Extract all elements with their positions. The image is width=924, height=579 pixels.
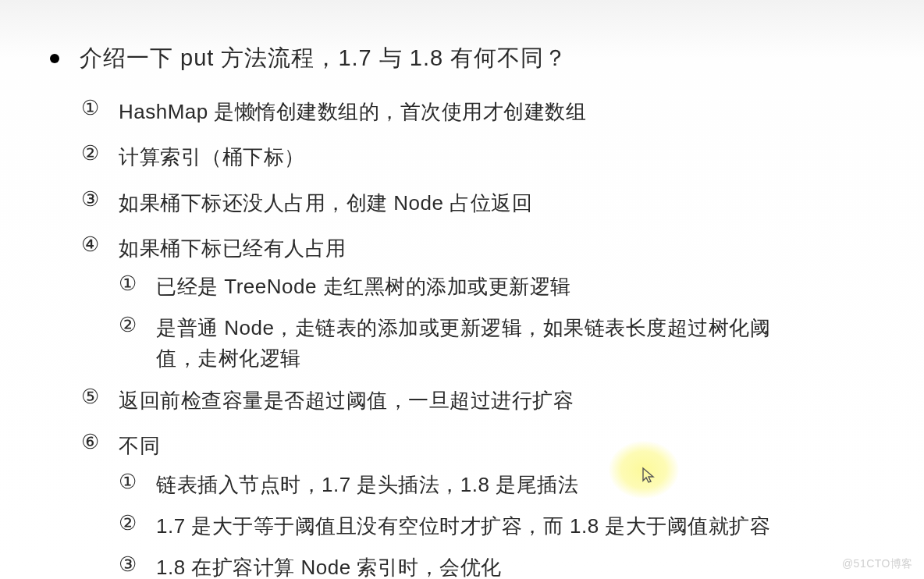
- item-text-6: 不同: [119, 430, 160, 461]
- page-title: 介绍一下 put 方法流程，1.7 与 1.8 有何不同？: [80, 43, 567, 74]
- item-text-5: 返回前检查容量是否超过阈值，一旦超过进行扩容: [119, 385, 574, 416]
- marker-5: ⑤: [81, 385, 119, 409]
- list-item: ⑥ 不同: [81, 430, 924, 461]
- sub-list-item: ③ 1.8 在扩容计算 Node 索引时，会优化: [119, 552, 924, 579]
- item-text-1: HashMap 是懒惰创建数组的，首次使用才创建数组: [119, 96, 587, 127]
- marker-4: ④: [81, 233, 119, 257]
- sub-text-4-1: 已经是 TreeNode 走红黑树的添加或更新逻辑: [156, 272, 571, 302]
- sub-list-item: ② 1.7 是大于等于阈值且没有空位时才扩容，而 1.8 是大于阈值就扩容: [119, 511, 924, 542]
- ordered-list: ① HashMap 是懒惰创建数组的，首次使用才创建数组 ② 计算索引（桶下标）…: [50, 96, 924, 579]
- sub-text-4-2: 是普通 Node，走链表的添加或更新逻辑，如果链表长度超过树化阈值，走树化逻辑: [156, 313, 773, 374]
- watermark-text: @51CTO博客: [842, 557, 913, 571]
- marker-6: ⑥: [81, 430, 119, 454]
- list-item: ⑤ 返回前检查容量是否超过阈值，一旦超过进行扩容: [81, 385, 924, 416]
- list-item: ③ 如果桶下标还没人占用，创建 Node 占位返回: [81, 187, 924, 218]
- sub-marker-1: ①: [119, 470, 156, 494]
- sub-text-6-2: 1.7 是大于等于阈值且没有空位时才扩容，而 1.8 是大于阈值就扩容: [156, 511, 770, 542]
- sub-marker-2: ②: [119, 511, 156, 535]
- item-text-3: 如果桶下标还没人占用，创建 Node 占位返回: [119, 187, 532, 218]
- sub-marker-3: ③: [119, 552, 156, 577]
- list-item: ② 计算索引（桶下标）: [81, 141, 924, 172]
- bullet-dot-icon: [50, 54, 59, 63]
- sub-list-4: ① 已经是 TreeNode 走红黑树的添加或更新逻辑 ② 是普通 Node，走…: [81, 272, 924, 374]
- marker-2: ②: [81, 141, 119, 165]
- sub-marker-2: ②: [119, 313, 156, 337]
- sub-list-item: ② 是普通 Node，走链表的添加或更新逻辑，如果链表长度超过树化阈值，走树化逻…: [119, 313, 924, 374]
- list-item: ① HashMap 是懒惰创建数组的，首次使用才创建数组: [81, 96, 924, 127]
- marker-3: ③: [81, 187, 119, 211]
- list-item: ④ 如果桶下标已经有人占用: [81, 233, 924, 264]
- sub-text-6-3: 1.8 在扩容计算 Node 索引时，会优化: [156, 552, 502, 579]
- marker-1: ①: [81, 96, 119, 120]
- sub-list-item: ① 已经是 TreeNode 走红黑树的添加或更新逻辑: [119, 272, 924, 302]
- sub-list-6: ① 链表插入节点时，1.7 是头插法，1.8 是尾插法 ② 1.7 是大于等于阈…: [81, 470, 924, 579]
- sub-text-6-1: 链表插入节点时，1.7 是头插法，1.8 是尾插法: [156, 470, 578, 500]
- sub-list-item: ① 链表插入节点时，1.7 是头插法，1.8 是尾插法: [119, 470, 924, 500]
- item-text-2: 计算索引（桶下标）: [119, 141, 305, 172]
- item-text-4: 如果桶下标已经有人占用: [119, 233, 346, 264]
- title-row: 介绍一下 put 方法流程，1.7 与 1.8 有何不同？: [50, 43, 924, 74]
- sub-marker-1: ①: [119, 272, 156, 296]
